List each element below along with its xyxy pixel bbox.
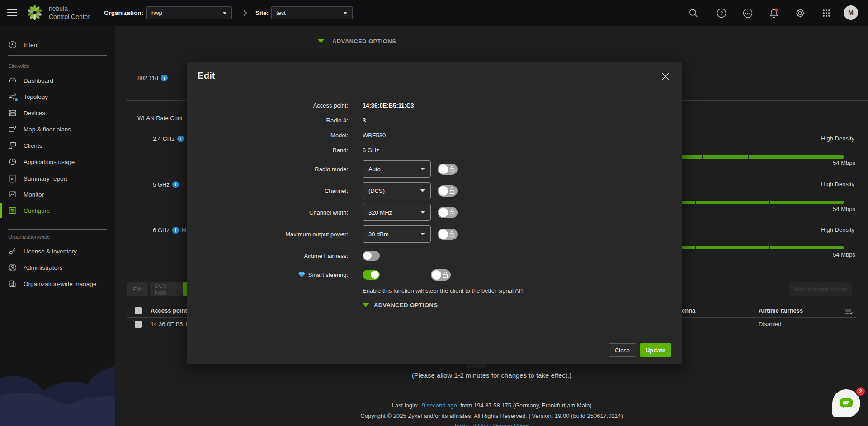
more-icon[interactable] (742, 8, 753, 19)
sidebar-item-label: Summary report (24, 175, 67, 182)
sidebar-divider (8, 55, 107, 56)
legal-links: Terms of Use | Privacy Policy (115, 422, 868, 426)
rate-value-2: 54 Mbps (769, 206, 855, 212)
open-lock-icon (449, 209, 455, 216)
sidebar-item-monitor[interactable]: Monitor (0, 186, 115, 202)
search-icon[interactable] (688, 8, 699, 19)
field-access-point: Access point: 14:36:0E:B5:11:C3 (187, 101, 682, 110)
select-all-checkbox[interactable] (135, 307, 142, 314)
advanced-options-toggle-modal[interactable]: ADVANCED OPTIONS (363, 302, 438, 309)
changes-notice: (Please allow 1-2 minutes for changes to… (115, 371, 868, 379)
user-avatar[interactable]: M (844, 5, 858, 20)
smart-steering-description: Enable this function will steer the clie… (363, 287, 524, 294)
radio-mode-lock-toggle[interactable] (438, 164, 458, 175)
field-model: Model: WBE530 (187, 131, 682, 140)
report-icon (8, 174, 17, 183)
sidebar-item-devices[interactable]: Devices (0, 105, 115, 121)
rate-slider-1[interactable] (682, 155, 844, 159)
chat-unread-badge: 2 (855, 386, 866, 397)
sidebar-item-label: Organization-wide manage (24, 281, 96, 287)
channel-select[interactable]: (DCS) (363, 182, 431, 199)
notifications-bell-icon[interactable] (769, 8, 779, 19)
field-radio-mode: Radio mode: Auto (187, 160, 682, 178)
edit-modal: Edit Access point: 14:36:0E:B5:11:C3 Rad… (187, 62, 682, 364)
clients-icon (8, 141, 17, 150)
sidebar-section-organization-wide: Organization-wide (8, 234, 50, 239)
sidebar-item-administrators[interactable]: Administrators (0, 259, 115, 276)
radio-mode-select[interactable]: Auto (363, 160, 431, 178)
sidebar-item-label: Monitor (24, 191, 44, 198)
chevron-down-icon (420, 168, 425, 170)
channel-width-select[interactable]: 320 MHz (363, 204, 431, 221)
sidebar-item-label: Applications usage (24, 159, 75, 165)
sidebar-item-map-floor-plans[interactable]: Map & floor plans (0, 121, 115, 137)
channel-width-lock-toggle[interactable] (438, 207, 458, 218)
pro-diamond-icon (298, 272, 305, 278)
smart-steering-lock-toggle[interactable] (431, 269, 451, 281)
sidebar-item-organization-wide-manage[interactable]: Organization-wide manage (0, 276, 115, 292)
sidebar-item-license-inventory[interactable]: License & inventory (0, 243, 115, 259)
field-airtime-fairness: Airtime Fairness: (187, 251, 682, 261)
field-band: Band: 6 GHz (187, 145, 682, 154)
nebula-logo-icon (27, 5, 42, 20)
key-icon (8, 247, 17, 256)
airtime-fairness-toggle-off[interactable] (363, 251, 380, 261)
hide-transmit-circles-button-disabled[interactable]: Hide transmit circles (789, 282, 852, 296)
dashboard-gauge-icon (8, 76, 17, 85)
rate-slider-3[interactable] (682, 246, 844, 249)
sidebar-item-topology[interactable]: Topology (0, 89, 115, 105)
column-header-airtime-fairness[interactable]: Airtime fairness (759, 304, 803, 317)
density-label-3: High Density (769, 226, 854, 233)
last-login-link[interactable]: 9 second ago (422, 402, 457, 409)
sparkle-icon (8, 40, 17, 49)
sidebar-item-intent[interactable]: Intent (0, 37, 115, 53)
terms-of-use-link[interactable]: Terms of Use (453, 422, 488, 426)
brand-line1: nebula (49, 5, 90, 13)
brand-text: nebula Control Center (49, 5, 90, 21)
site-select[interactable]: test (271, 6, 353, 19)
help-icon[interactable]: ? (716, 8, 727, 19)
column-header-access-point[interactable]: Access point (151, 304, 187, 317)
dcs-now-button-disabled[interactable]: DCS Now (150, 282, 183, 296)
devices-icon (8, 108, 17, 117)
sidebar: Intent Site-wide Dashboard Topology (0, 26, 115, 426)
brand-line2: Control Center (49, 13, 90, 21)
status-dot (14, 98, 19, 102)
rate-slider-2[interactable] (682, 201, 844, 204)
advanced-options-toggle-top[interactable]: ADVANCED OPTIONS (318, 38, 396, 45)
column-settings-icon[interactable] (844, 306, 854, 316)
sidebar-item-label: Devices (24, 110, 45, 117)
edit-button-disabled[interactable]: Edit (127, 282, 148, 296)
info-icon[interactable]: i (172, 181, 179, 188)
smart-steering-toggle-on[interactable] (363, 270, 380, 280)
column-header-antenna-partial[interactable]: enna (682, 304, 695, 317)
chat-bubble-icon (840, 398, 853, 409)
sidebar-item-summary-report[interactable]: Summary report (0, 170, 115, 187)
privacy-policy-link[interactable]: Privacy Policy (493, 422, 530, 426)
info-icon[interactable]: i (161, 75, 168, 81)
sidebar-item-clients[interactable]: Clients (0, 137, 115, 154)
apps-grid-icon[interactable] (821, 8, 832, 19)
channel-lock-toggle[interactable] (438, 185, 458, 197)
info-icon[interactable]: i (177, 136, 184, 142)
modal-header: Edit (187, 62, 682, 90)
sidebar-section-site-wide: Site-wide (8, 63, 29, 69)
max-output-power-lock-toggle[interactable] (438, 229, 458, 240)
sidebar-item-applications-usage[interactable]: Applications usage (0, 154, 115, 170)
max-output-power-select[interactable]: 30 dBm (363, 225, 431, 243)
close-button[interactable]: Close (609, 343, 636, 357)
sidebar-item-configure[interactable]: Configure (0, 202, 115, 219)
hamburger-menu-icon[interactable] (7, 9, 17, 16)
row-checkbox[interactable] (135, 321, 142, 328)
site-label: Site: (255, 0, 269, 26)
wlan-rate-control-label: WLAN Rate Cont (137, 115, 183, 122)
sidebar-item-label: License & inventory (24, 248, 77, 255)
organization-select[interactable]: hwp (146, 6, 232, 19)
settings-gear-icon[interactable] (795, 8, 806, 19)
close-icon[interactable] (660, 71, 670, 81)
modal-title: Edit (198, 70, 215, 81)
field-max-output-power: Maximum output power: 30 dBm (187, 225, 682, 243)
info-icon[interactable]: i (172, 227, 179, 234)
update-button[interactable]: Update (640, 343, 671, 357)
sidebar-item-dashboard[interactable]: Dashboard (0, 72, 115, 89)
